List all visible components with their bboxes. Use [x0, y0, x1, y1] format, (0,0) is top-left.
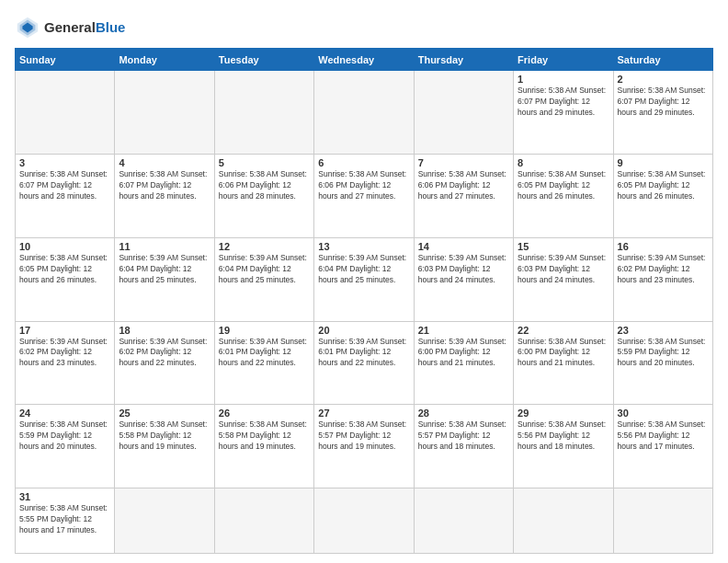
- cell-info: Sunrise: 5:38 AM Sunset: 5:55 PM Dayligh…: [19, 503, 110, 536]
- cell-info: Sunrise: 5:38 AM Sunset: 6:05 PM Dayligh…: [618, 169, 709, 202]
- logo: GeneralBlue: [15, 15, 125, 40]
- table-row: [214, 488, 313, 554]
- table-row: [214, 71, 313, 155]
- cell-day-number: 19: [219, 325, 310, 336]
- table-row: 13Sunrise: 5:39 AM Sunset: 6:04 PM Dayli…: [314, 237, 414, 321]
- cell-info: Sunrise: 5:38 AM Sunset: 5:59 PM Dayligh…: [618, 337, 709, 370]
- table-row: 29Sunrise: 5:38 AM Sunset: 5:56 PM Dayli…: [514, 405, 613, 488]
- table-row: [314, 71, 414, 155]
- cell-info: Sunrise: 5:38 AM Sunset: 6:00 PM Dayligh…: [518, 337, 609, 370]
- cell-info: Sunrise: 5:39 AM Sunset: 6:02 PM Dayligh…: [119, 337, 210, 370]
- table-row: 30Sunrise: 5:38 AM Sunset: 5:56 PM Dayli…: [613, 405, 712, 488]
- cell-day-number: 31: [19, 491, 110, 502]
- cell-day-number: 24: [19, 408, 110, 419]
- cell-info: Sunrise: 5:38 AM Sunset: 5:58 PM Dayligh…: [219, 419, 310, 453]
- table-row: 5Sunrise: 5:38 AM Sunset: 6:06 PM Daylig…: [214, 154, 313, 237]
- col-wednesday: Wednesday: [314, 49, 414, 71]
- cell-day-number: 29: [518, 408, 609, 419]
- page: GeneralBlue Sunday Monday Tuesday Wednes…: [0, 0, 728, 563]
- table-row: 2Sunrise: 5:38 AM Sunset: 6:07 PM Daylig…: [613, 71, 712, 155]
- cell-day-number: 28: [418, 408, 509, 419]
- cell-day-number: 5: [219, 157, 310, 168]
- cell-day-number: 21: [418, 325, 509, 336]
- table-row: 23Sunrise: 5:38 AM Sunset: 5:59 PM Dayli…: [613, 321, 712, 405]
- cell-day-number: 27: [318, 408, 409, 419]
- cell-day-number: 23: [618, 325, 709, 336]
- table-row: [414, 488, 513, 554]
- cell-info: Sunrise: 5:39 AM Sunset: 6:01 PM Dayligh…: [318, 337, 409, 370]
- table-row: 4Sunrise: 5:38 AM Sunset: 6:07 PM Daylig…: [115, 154, 214, 237]
- table-row: [314, 488, 414, 554]
- table-row: 27Sunrise: 5:38 AM Sunset: 5:57 PM Dayli…: [314, 405, 414, 488]
- cell-info: Sunrise: 5:38 AM Sunset: 5:57 PM Dayligh…: [418, 419, 509, 453]
- table-row: 14Sunrise: 5:39 AM Sunset: 6:03 PM Dayli…: [414, 237, 513, 321]
- cell-info: Sunrise: 5:39 AM Sunset: 6:04 PM Dayligh…: [318, 253, 409, 286]
- cell-day-number: 2: [618, 74, 709, 85]
- table-row: 7Sunrise: 5:38 AM Sunset: 6:06 PM Daylig…: [414, 154, 513, 237]
- cell-info: Sunrise: 5:38 AM Sunset: 5:56 PM Dayligh…: [618, 419, 709, 453]
- cell-info: Sunrise: 5:39 AM Sunset: 6:03 PM Dayligh…: [418, 253, 509, 286]
- table-row: 19Sunrise: 5:39 AM Sunset: 6:01 PM Dayli…: [214, 321, 313, 405]
- cell-day-number: 18: [119, 325, 210, 336]
- cell-info: Sunrise: 5:38 AM Sunset: 6:07 PM Dayligh…: [19, 169, 110, 202]
- col-saturday: Saturday: [613, 49, 712, 71]
- table-row: 22Sunrise: 5:38 AM Sunset: 6:00 PM Dayli…: [514, 321, 613, 405]
- table-row: 1Sunrise: 5:38 AM Sunset: 6:07 PM Daylig…: [514, 71, 613, 155]
- table-row: 6Sunrise: 5:38 AM Sunset: 6:06 PM Daylig…: [314, 154, 414, 237]
- table-row: 21Sunrise: 5:39 AM Sunset: 6:00 PM Dayli…: [414, 321, 513, 405]
- cell-day-number: 6: [318, 157, 409, 168]
- col-friday: Friday: [514, 49, 613, 71]
- table-row: 24Sunrise: 5:38 AM Sunset: 5:59 PM Dayli…: [16, 405, 115, 488]
- table-row: 26Sunrise: 5:38 AM Sunset: 5:58 PM Dayli…: [214, 405, 313, 488]
- cell-day-number: 12: [219, 241, 310, 252]
- cell-info: Sunrise: 5:38 AM Sunset: 5:59 PM Dayligh…: [19, 419, 110, 453]
- cell-day-number: 17: [19, 325, 110, 336]
- cell-day-number: 15: [518, 241, 609, 252]
- cell-info: Sunrise: 5:38 AM Sunset: 6:07 PM Dayligh…: [518, 86, 609, 119]
- cell-day-number: 8: [518, 157, 609, 168]
- table-row: [514, 488, 613, 554]
- table-row: 25Sunrise: 5:38 AM Sunset: 5:58 PM Dayli…: [115, 405, 214, 488]
- table-row: 3Sunrise: 5:38 AM Sunset: 6:07 PM Daylig…: [16, 154, 115, 237]
- cell-day-number: 4: [119, 157, 210, 168]
- calendar: Sunday Monday Tuesday Wednesday Thursday…: [15, 48, 713, 554]
- logo-icon: [15, 15, 40, 40]
- cell-info: Sunrise: 5:39 AM Sunset: 6:01 PM Dayligh…: [219, 337, 310, 370]
- table-row: [613, 488, 712, 554]
- cell-day-number: 16: [618, 241, 709, 252]
- cell-day-number: 22: [518, 325, 609, 336]
- table-row: 8Sunrise: 5:38 AM Sunset: 6:05 PM Daylig…: [514, 154, 613, 237]
- table-row: 11Sunrise: 5:39 AM Sunset: 6:04 PM Dayli…: [115, 237, 214, 321]
- table-row: 20Sunrise: 5:39 AM Sunset: 6:01 PM Dayli…: [314, 321, 414, 405]
- table-row: 15Sunrise: 5:39 AM Sunset: 6:03 PM Dayli…: [514, 237, 613, 321]
- cell-info: Sunrise: 5:38 AM Sunset: 6:05 PM Dayligh…: [518, 169, 609, 202]
- cell-day-number: 14: [418, 241, 509, 252]
- table-row: 17Sunrise: 5:39 AM Sunset: 6:02 PM Dayli…: [16, 321, 115, 405]
- col-monday: Monday: [115, 49, 214, 71]
- cell-day-number: 10: [19, 241, 110, 252]
- table-row: 10Sunrise: 5:38 AM Sunset: 6:05 PM Dayli…: [16, 237, 115, 321]
- cell-info: Sunrise: 5:38 AM Sunset: 6:07 PM Dayligh…: [618, 86, 709, 119]
- cell-day-number: 26: [219, 408, 310, 419]
- cell-info: Sunrise: 5:39 AM Sunset: 6:03 PM Dayligh…: [518, 253, 609, 286]
- cell-info: Sunrise: 5:38 AM Sunset: 6:06 PM Dayligh…: [219, 169, 310, 202]
- calendar-header-row: Sunday Monday Tuesday Wednesday Thursday…: [16, 49, 713, 71]
- cell-day-number: 7: [418, 157, 509, 168]
- table-row: 9Sunrise: 5:38 AM Sunset: 6:05 PM Daylig…: [613, 154, 712, 237]
- cell-info: Sunrise: 5:38 AM Sunset: 5:56 PM Dayligh…: [518, 419, 609, 453]
- logo-text: GeneralBlue: [44, 20, 125, 36]
- table-row: 12Sunrise: 5:39 AM Sunset: 6:04 PM Dayli…: [214, 237, 313, 321]
- col-tuesday: Tuesday: [214, 49, 313, 71]
- table-row: [115, 71, 214, 155]
- cell-info: Sunrise: 5:39 AM Sunset: 6:00 PM Dayligh…: [418, 337, 509, 370]
- cell-day-number: 13: [318, 241, 409, 252]
- cell-info: Sunrise: 5:38 AM Sunset: 6:07 PM Dayligh…: [119, 169, 210, 202]
- table-row: 18Sunrise: 5:39 AM Sunset: 6:02 PM Dayli…: [115, 321, 214, 405]
- cell-day-number: 25: [119, 408, 210, 419]
- cell-info: Sunrise: 5:38 AM Sunset: 6:06 PM Dayligh…: [418, 169, 509, 202]
- cell-day-number: 30: [618, 408, 709, 419]
- col-sunday: Sunday: [16, 49, 115, 71]
- cell-day-number: 1: [518, 74, 609, 85]
- cell-day-number: 20: [318, 325, 409, 336]
- col-thursday: Thursday: [414, 49, 513, 71]
